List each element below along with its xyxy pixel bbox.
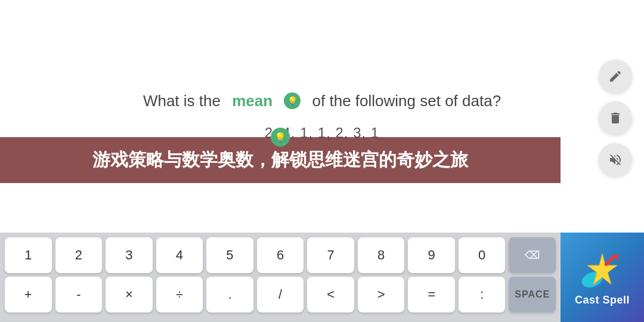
key-divide[interactable]: ÷	[156, 277, 203, 312]
cast-spell-button[interactable]: Cast Spell	[561, 233, 644, 322]
keyboard-panel: 1 2 3 4 5 6 7 8 9 0 ⌫ + - × ÷ . / < > = …	[0, 233, 561, 322]
key-minus[interactable]: -	[55, 277, 103, 312]
key-1[interactable]: 1	[5, 237, 52, 273]
cast-spell-label: Cast Spell	[575, 294, 630, 306]
svg-marker-2	[604, 255, 618, 267]
side-buttons-panel	[599, 60, 632, 177]
backspace-key[interactable]: ⌫	[509, 237, 556, 273]
question-container: What is the mean 💡 of the following set …	[143, 92, 501, 110]
keyword-mean: mean	[232, 92, 273, 110]
keyboard-row-digits: 1 2 3 4 5 6 7 8 9 0 ⌫	[5, 237, 556, 273]
key-5[interactable]: 5	[206, 237, 253, 273]
key-plus[interactable]: +	[5, 277, 52, 312]
question-prefix: What is the	[143, 92, 221, 110]
key-7[interactable]: 7	[307, 237, 354, 273]
key-dot[interactable]: .	[206, 277, 253, 312]
keyboard-row-operators: + - × ÷ . / < > = : SPACE	[5, 277, 556, 312]
key-multiply[interactable]: ×	[106, 277, 153, 312]
banner-lightbulb-icon: 💡	[271, 128, 290, 147]
trash-icon	[608, 111, 623, 125]
key-0[interactable]: 0	[459, 237, 506, 273]
key-equals[interactable]: =	[408, 277, 455, 312]
cast-spell-icon	[581, 249, 623, 290]
promo-banner: 💡 游戏策略与数学奥数，解锁思维迷宫的奇妙之旅	[0, 137, 561, 183]
space-key[interactable]: SPACE	[509, 277, 556, 312]
question-suffix: of the following set of data?	[312, 92, 501, 110]
key-4[interactable]: 4	[156, 237, 203, 273]
audio-icon	[608, 153, 623, 167]
key-slash[interactable]: /	[257, 277, 304, 312]
key-8[interactable]: 8	[358, 237, 405, 273]
key-9[interactable]: 9	[408, 237, 455, 273]
key-3[interactable]: 3	[106, 237, 153, 273]
cast-spell-graphic	[581, 249, 623, 290]
key-less[interactable]: <	[307, 277, 354, 312]
delete-button[interactable]	[599, 101, 632, 135]
key-greater[interactable]: >	[358, 277, 405, 312]
key-2[interactable]: 2	[55, 237, 103, 273]
edit-button[interactable]	[599, 60, 632, 93]
key-colon[interactable]: :	[459, 277, 506, 312]
banner-text: 游戏策略与数学奥数，解锁思维迷宫的奇妙之旅	[92, 148, 468, 172]
key-6[interactable]: 6	[257, 237, 304, 273]
lightbulb-icon: 💡	[284, 92, 301, 109]
audio-button[interactable]	[599, 143, 632, 177]
edit-icon	[608, 69, 623, 83]
main-content: What is the mean 💡 of the following set …	[0, 0, 644, 233]
